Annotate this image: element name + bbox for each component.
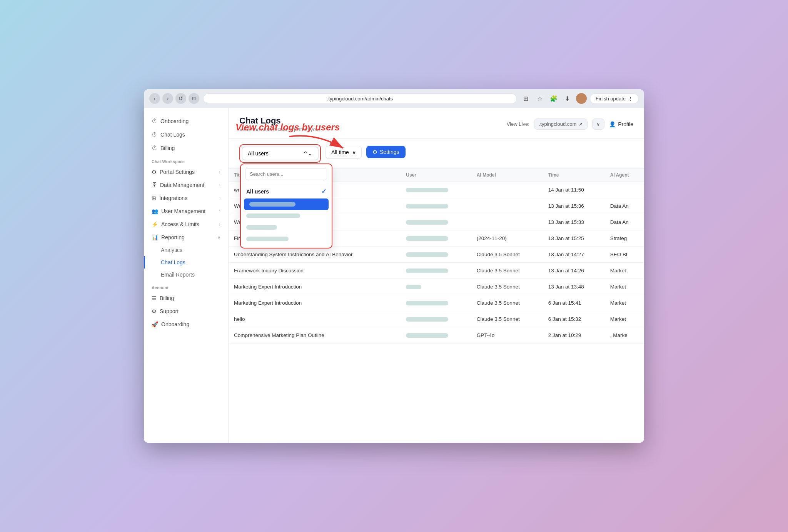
cell-user [401,279,471,295]
cell-model: (2024-11-20) [471,230,543,247]
cell-user [401,214,471,230]
settings-button[interactable]: ⚙ Settings [366,146,406,158]
cell-time: 13 Jan at 14:27 [543,247,605,263]
all-users-option[interactable]: All users ✓ [241,184,332,198]
table-row[interactable]: Framework Inquiry Discussion Claude 3.5 … [229,263,644,279]
profile-button[interactable]: 👤 Profile [609,121,633,127]
time-select-label: All time [331,149,349,155]
finish-update-button[interactable]: Finish update ⋮ [590,93,639,104]
table-row[interactable]: hello Claude 3.5 Sonnet 6 Jan at 15:32 M… [229,311,644,327]
reporting-icon: 📊 [152,234,158,240]
user-search-area [241,164,332,184]
cell-title: Comprehensive Marketing Plan Outline [229,327,401,344]
cell-user [401,182,471,198]
sidebar-item-support[interactable]: ⚙ Support [144,305,228,318]
user1-placeholder [249,202,296,207]
extensions-icon[interactable]: 🧩 [548,93,559,104]
user-search-input[interactable] [245,168,327,180]
user-option-1[interactable] [244,198,329,210]
cell-model: Claude 3.5 Sonnet [471,295,543,311]
user-option-4[interactable] [241,233,332,245]
user-option-2[interactable] [241,210,332,222]
sidebar-item-portal-settings[interactable]: ⚙ Portal Settings › [144,165,228,178]
page-title-block: Chat Logs View and search chat logs from… [239,116,324,132]
portal-settings-icon: ⚙ [152,169,157,175]
sidebar-item-user-management[interactable]: 👥 User Management › [144,205,228,218]
download-icon[interactable]: ⬇ [562,93,573,104]
user-option-3[interactable] [241,222,332,233]
col-agent: AI Agent [605,168,644,182]
finish-update-label: Finish update [596,96,626,102]
browser-chrome: ‹ › ↺ ⊡ .typingcloud.com/admin/chats ⊞ ☆… [144,89,644,108]
clock-icon-3: ⏱ [152,145,157,151]
cell-model: Claude 3.5 Sonnet [471,263,543,279]
cell-agent: Market [605,279,644,295]
integrations-icon: ⊞ [152,195,156,201]
account-section-label: Account [144,281,228,292]
support-icon: ⚙ [152,308,157,314]
cell-agent: Data An [605,198,644,214]
cell-title: Marketing Expert Introduction [229,279,401,295]
table-row[interactable]: Marketing Expert Introduction Claude 3.5… [229,295,644,311]
workspace-section-label: Chat Workspace [144,155,228,165]
sidebar-sub-chatlogs[interactable]: Chat Logs [144,256,228,269]
table-row[interactable]: Comprehensive Marketing Plan Outline GPT… [229,327,644,344]
sidebar-item-label: Billing [160,145,175,151]
sidebar-item-onboarding[interactable]: ⏱ Onboarding [144,114,228,128]
user-filter-area: All users ⌃⌄ All users ✓ [239,144,321,163]
sidebar-item-access-limits[interactable]: ⚡ Access & Limits › [144,218,228,231]
new-tab-icon[interactable]: ⊞ [521,93,531,104]
back-button[interactable]: ‹ [149,93,160,104]
cell-time: 14 Jan at 11:50 [543,182,605,198]
cell-agent: Data An [605,214,644,230]
profile-label: Profile [618,121,633,127]
table-row[interactable]: Understanding System Instructions and AI… [229,247,644,263]
billing-icon: ☰ [152,295,157,301]
extensions-button[interactable]: ⊡ [189,93,199,104]
sidebar-sub-email-reports[interactable]: Email Reports [144,269,228,281]
sidebar-item-chatlogs[interactable]: ⏱ Chat Logs [144,128,228,141]
cell-model [471,182,543,198]
onboarding-icon: 🚀 [152,321,158,327]
cell-agent: Market [605,295,644,311]
sidebar-sub-analytics[interactable]: Analytics [144,244,228,256]
cell-title: Framework Inquiry Discussion [229,263,401,279]
chevron-right-icon-4: › [219,209,220,213]
star-icon[interactable]: ☆ [534,93,545,104]
header-right: View Live: .typingcloud.com ↗ ∨ 👤 Profil… [507,118,633,130]
cell-time: 13 Jan at 14:26 [543,263,605,279]
cell-model: Claude 3.5 Sonnet [471,311,543,327]
refresh-button[interactable]: ↺ [175,93,186,104]
time-chevron-icon: ∨ [352,149,356,155]
sidebar-item-data-management[interactable]: 🗄 Data Management › [144,178,228,192]
chevron-right-icon-2: › [219,183,220,187]
view-live-dropdown[interactable]: ∨ [592,118,604,130]
chevron-right-icon-5: › [219,222,220,227]
time-select[interactable]: All time ∨ [326,146,362,159]
settings-gear-icon: ⚙ [372,149,377,155]
content-area: Chat Logs View and search chat logs from… [229,108,644,443]
sidebar: ⏱ Onboarding ⏱ Chat Logs ⏱ Billing Chat … [144,108,229,443]
cell-agent: Market [605,263,644,279]
cell-time: 13 Jan at 15:25 [543,230,605,247]
chevron-right-icon: › [219,170,220,174]
cell-user [401,198,471,214]
sidebar-item-billing-account[interactable]: ☰ Billing [144,292,228,305]
user-select-button[interactable]: All users ⌃⌄ [242,147,319,160]
browser-actions: ⊞ ☆ 🧩 ⬇ Finish update ⋮ [521,93,639,104]
sidebar-item-reporting[interactable]: 📊 Reporting ∨ [144,231,228,244]
data-management-icon: 🗄 [152,182,157,188]
clock-icon-2: ⏱ [152,131,157,138]
cell-title: Understanding System Instructions and AI… [229,247,401,263]
sidebar-item-onboarding-account[interactable]: 🚀 Onboarding [144,318,228,331]
sidebar-item-integrations[interactable]: ⊞ Integrations › [144,192,228,205]
sidebar-item-billing[interactable]: ⏱ Billing [144,141,228,155]
cell-time: 13 Jan at 15:33 [543,214,605,230]
table-row[interactable]: Marketing Expert Introduction Claude 3.5… [229,279,644,295]
dropdown-arrow-icon: ⌃⌄ [303,150,312,157]
browser-window: ‹ › ↺ ⊡ .typingcloud.com/admin/chats ⊞ ☆… [144,89,644,443]
chevron-right-icon-3: › [219,196,220,200]
address-bar[interactable]: .typingcloud.com/admin/chats [203,93,517,104]
forward-button[interactable]: › [162,93,173,104]
user-avatar[interactable] [576,93,587,104]
